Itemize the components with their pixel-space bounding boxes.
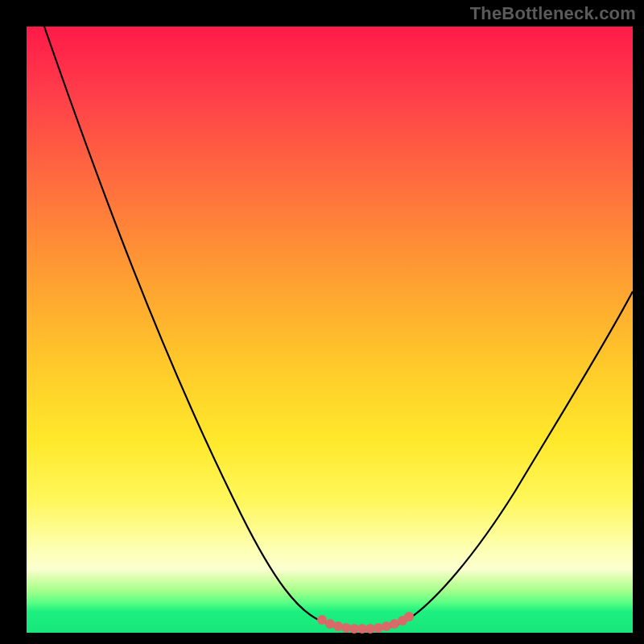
outer-frame: TheBottleneck.com [0, 0, 644, 644]
watermark-label: TheBottleneck.com [470, 3, 636, 24]
plot-gradient-area [27, 27, 633, 633]
